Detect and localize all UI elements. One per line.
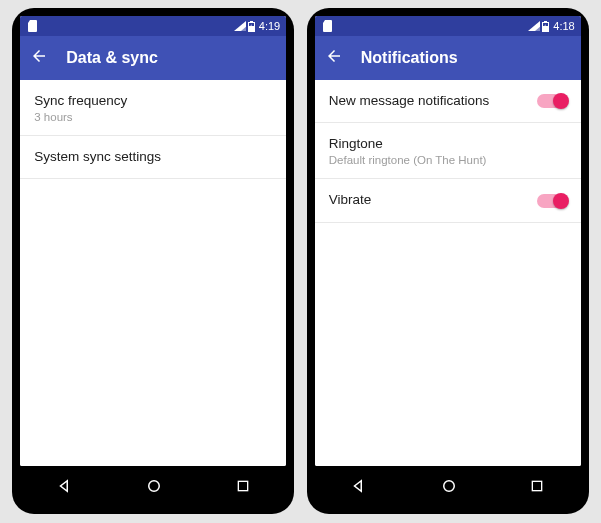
app-bar: Notifications	[315, 36, 581, 80]
page-title: Notifications	[361, 49, 458, 67]
status-time: 4:18	[553, 20, 574, 32]
vibrate-row[interactable]: Vibrate	[315, 179, 581, 222]
phone-right: ! 4:18 Notifications New message notific…	[307, 8, 589, 514]
signal-icon: !	[528, 21, 540, 31]
row-title: Sync frequency	[34, 92, 272, 110]
sdcard-icon	[28, 20, 38, 32]
back-icon[interactable]	[30, 47, 48, 69]
app-bar: Data & sync	[20, 36, 286, 80]
status-bar: ! 4:18	[315, 16, 581, 36]
row-subtitle: Default ringtone (On The Hunt)	[329, 154, 567, 166]
nav-recent-icon[interactable]	[529, 478, 545, 494]
toggle-switch[interactable]	[537, 94, 567, 108]
nav-home-icon[interactable]	[145, 477, 163, 495]
settings-list: New message notifications Ringtone Defau…	[315, 80, 581, 466]
nav-bar	[315, 466, 581, 506]
svg-rect-5	[532, 481, 541, 490]
settings-list: Sync frequency 3 hours System sync setti…	[20, 80, 286, 466]
battery-icon	[248, 21, 255, 32]
svg-rect-2	[238, 481, 247, 490]
toggle-switch[interactable]	[537, 194, 567, 208]
page-title: Data & sync	[66, 49, 158, 67]
svg-text:!: !	[536, 23, 537, 28]
nav-back-icon[interactable]	[350, 477, 368, 495]
nav-recent-icon[interactable]	[235, 478, 251, 494]
row-title: Vibrate	[329, 191, 537, 209]
screen: ! 4:19 Data & sync Sync frequency 3 hour…	[20, 16, 286, 466]
nav-bar	[20, 466, 286, 506]
sdcard-icon	[323, 20, 333, 32]
system-sync-row[interactable]: System sync settings	[20, 136, 286, 179]
status-time: 4:19	[259, 20, 280, 32]
row-title: Ringtone	[329, 135, 567, 153]
row-subtitle: 3 hours	[34, 111, 272, 123]
nav-home-icon[interactable]	[440, 477, 458, 495]
ringtone-row[interactable]: Ringtone Default ringtone (On The Hunt)	[315, 123, 581, 179]
row-title: System sync settings	[34, 148, 272, 166]
svg-point-1	[149, 481, 160, 492]
screen: ! 4:18 Notifications New message notific…	[315, 16, 581, 466]
status-bar: ! 4:19	[20, 16, 286, 36]
signal-icon: !	[234, 21, 246, 31]
battery-icon	[542, 21, 549, 32]
phone-left: ! 4:19 Data & sync Sync frequency 3 hour…	[12, 8, 294, 514]
svg-point-4	[443, 481, 454, 492]
back-icon[interactable]	[325, 47, 343, 69]
sync-frequency-row[interactable]: Sync frequency 3 hours	[20, 80, 286, 136]
row-title: New message notifications	[329, 92, 537, 110]
new-message-notif-row[interactable]: New message notifications	[315, 80, 581, 123]
nav-back-icon[interactable]	[56, 477, 74, 495]
svg-text:!: !	[242, 23, 243, 28]
